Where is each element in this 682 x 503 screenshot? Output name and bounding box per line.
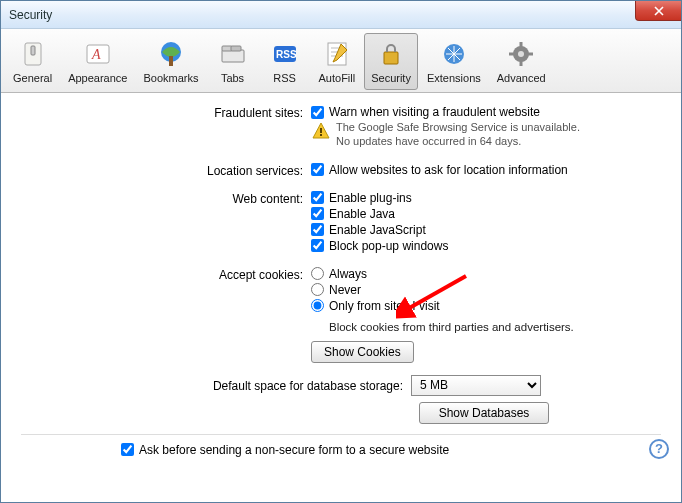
svg-rect-22	[528, 52, 533, 55]
cookies-always-line[interactable]: Always	[311, 267, 661, 281]
toolbar-label: Advanced	[497, 72, 546, 84]
svg-rect-15	[384, 52, 398, 64]
svg-rect-23	[320, 128, 322, 133]
fraud-warning: The Google Safe Browsing Service is unav…	[311, 121, 661, 149]
webcontent-label: Web content:	[21, 191, 311, 206]
nonsecure-line[interactable]: Ask before sending a non-secure form to …	[121, 443, 661, 457]
fraud-warning-line1: The Google Safe Browsing Service is unav…	[336, 121, 580, 135]
titlebar: Security	[1, 1, 681, 29]
lock-icon	[375, 38, 407, 70]
cookies-always-radio[interactable]	[311, 267, 324, 280]
extensions-icon	[438, 38, 470, 70]
location-row: Location services: Allow websites to ask…	[21, 163, 661, 179]
gear-icon	[505, 38, 537, 70]
enable-javascript-checkbox[interactable]	[311, 223, 324, 236]
toolbar-label: Security	[371, 72, 411, 84]
svg-rect-5	[169, 56, 173, 66]
toolbar-label: Extensions	[427, 72, 481, 84]
block-popups-line[interactable]: Block pop-up windows	[311, 239, 661, 253]
block-popups-checkbox[interactable]	[311, 239, 324, 252]
appearance-icon: A	[82, 38, 114, 70]
svg-rect-19	[520, 42, 523, 47]
cookies-onlysites-line[interactable]: Only from sites I visit	[311, 299, 661, 313]
toolbar-autofill[interactable]: AutoFill	[312, 33, 363, 90]
enable-java-checkbox[interactable]	[311, 207, 324, 220]
location-checkbox-line[interactable]: Allow websites to ask for location infor…	[311, 163, 661, 177]
show-cookies-button[interactable]: Show Cookies	[311, 341, 414, 363]
location-checkbox-text: Allow websites to ask for location infor…	[329, 163, 568, 177]
database-size-select[interactable]: 5 MB	[411, 375, 541, 396]
svg-rect-1	[31, 46, 35, 55]
fraud-checkbox-text: Warn when visiting a fraudulent website	[329, 105, 540, 119]
enable-java-text: Enable Java	[329, 207, 395, 221]
tabs-icon	[217, 38, 249, 70]
database-button-row: Show Databases	[21, 402, 661, 424]
autofill-icon	[321, 38, 353, 70]
divider	[21, 434, 661, 435]
cookies-onlysites-radio[interactable]	[311, 299, 324, 312]
toolbar-appearance[interactable]: A Appearance	[61, 33, 134, 90]
preferences-toolbar: General A Appearance Bookmarks Tabs RSS …	[1, 29, 681, 93]
help-icon[interactable]: ?	[649, 439, 669, 459]
rss-icon: RSS	[269, 38, 301, 70]
toolbar-bookmarks[interactable]: Bookmarks	[136, 33, 205, 90]
toolbar-security[interactable]: Security	[364, 33, 418, 90]
database-row: Default space for database storage: 5 MB	[21, 375, 661, 396]
toolbar-advanced[interactable]: Advanced	[490, 33, 553, 90]
toolbar-label: AutoFill	[319, 72, 356, 84]
cookies-never-line[interactable]: Never	[311, 283, 661, 297]
toolbar-general[interactable]: General	[6, 33, 59, 90]
cookies-subtext: Block cookies from third parties and adv…	[329, 321, 661, 333]
svg-rect-6	[222, 50, 244, 62]
close-button[interactable]	[635, 1, 681, 21]
fraud-row: Fraudulent sites: Warn when visiting a f…	[21, 105, 661, 159]
webcontent-row: Web content: Enable plug-ins Enable Java…	[21, 191, 661, 255]
cookies-never-radio[interactable]	[311, 283, 324, 296]
fraud-checkbox[interactable]	[311, 106, 324, 119]
nonsecure-text: Ask before sending a non-secure form to …	[139, 443, 449, 457]
svg-rect-20	[520, 61, 523, 66]
bookmarks-icon	[155, 38, 187, 70]
cookies-never-text: Never	[329, 283, 361, 297]
enable-java-line[interactable]: Enable Java	[311, 207, 661, 221]
enable-plugins-line[interactable]: Enable plug-ins	[311, 191, 661, 205]
toolbar-label: RSS	[273, 72, 296, 84]
database-label: Default space for database storage:	[21, 378, 411, 393]
warning-icon	[311, 121, 331, 141]
svg-rect-21	[509, 52, 514, 55]
enable-javascript-line[interactable]: Enable JavaScript	[311, 223, 661, 237]
toolbar-label: Bookmarks	[143, 72, 198, 84]
cookies-onlysites-text: Only from sites I visit	[329, 299, 440, 313]
toolbar-rss[interactable]: RSS RSS	[260, 33, 310, 90]
block-popups-text: Block pop-up windows	[329, 239, 448, 253]
show-databases-button[interactable]: Show Databases	[419, 402, 549, 424]
switch-icon	[17, 38, 49, 70]
svg-text:A: A	[91, 47, 101, 62]
cookies-always-text: Always	[329, 267, 367, 281]
svg-text:RSS: RSS	[276, 49, 297, 60]
window-title: Security	[9, 8, 52, 22]
nonsecure-checkbox[interactable]	[121, 443, 134, 456]
fraud-label: Fraudulent sites:	[21, 105, 311, 120]
cookies-label: Accept cookies:	[21, 267, 311, 282]
toolbar-tabs[interactable]: Tabs	[208, 33, 258, 90]
svg-point-18	[518, 51, 524, 57]
close-icon	[654, 6, 664, 16]
fraud-warning-line2: No updates have occurred in 64 days.	[336, 135, 580, 149]
enable-plugins-checkbox[interactable]	[311, 191, 324, 204]
toolbar-extensions[interactable]: Extensions	[420, 33, 488, 90]
enable-javascript-text: Enable JavaScript	[329, 223, 426, 237]
security-panel: Fraudulent sites: Warn when visiting a f…	[1, 93, 681, 469]
toolbar-label: Appearance	[68, 72, 127, 84]
svg-rect-24	[320, 134, 322, 136]
toolbar-label: Tabs	[221, 72, 244, 84]
enable-plugins-text: Enable plug-ins	[329, 191, 412, 205]
svg-rect-8	[231, 46, 241, 51]
location-label: Location services:	[21, 163, 311, 178]
fraud-checkbox-line[interactable]: Warn when visiting a fraudulent website	[311, 105, 661, 119]
cookies-row: Accept cookies: Always Never Only from s…	[21, 267, 661, 363]
location-checkbox[interactable]	[311, 163, 324, 176]
toolbar-label: General	[13, 72, 52, 84]
